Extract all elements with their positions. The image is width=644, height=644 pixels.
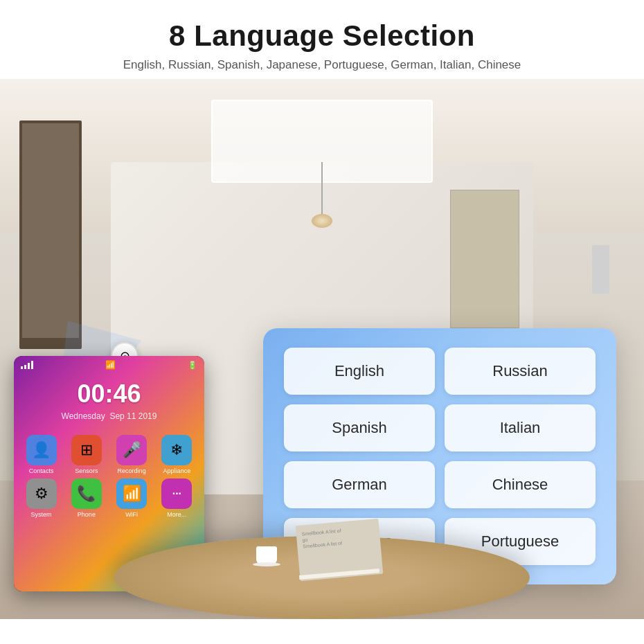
app-contacts[interactable]: 👤 Contacts xyxy=(21,435,62,474)
lang-english-button[interactable]: English xyxy=(284,348,435,395)
app-sensors[interactable]: ⊞ Sensors xyxy=(66,435,107,474)
pendant-shade xyxy=(312,214,332,228)
app-recording[interactable]: 🎤 Recording xyxy=(111,435,152,474)
wall-phone xyxy=(592,245,609,294)
wifi-icon: 📶 xyxy=(105,360,116,370)
phone-date: Wednesday Sep 11 2019 xyxy=(14,411,204,421)
page-header: 8 Language Selection English, Russian, S… xyxy=(0,0,644,79)
app-phone[interactable]: 📞 Phone xyxy=(66,478,107,518)
door-frame xyxy=(19,120,82,349)
phone-apps-grid: 👤 Contacts ⊞ Sensors 🎤 Recording ❄ Appli… xyxy=(14,427,204,526)
battery-icon: 🔋 xyxy=(188,361,197,370)
page-subtitle: English, Russian, Spanish, Japanese, Por… xyxy=(14,58,630,72)
pendant-cord xyxy=(321,162,323,217)
app-appliance[interactable]: ❄ Appliance xyxy=(156,435,197,474)
phone-status-bar: 📶 🔋 xyxy=(14,356,204,374)
app-wifi[interactable]: 📶 WiFi xyxy=(111,478,152,518)
app-system[interactable]: ⚙ System xyxy=(21,478,62,518)
cup-saucer xyxy=(253,562,280,566)
lang-german-button[interactable]: German xyxy=(284,461,435,508)
cabinet xyxy=(450,190,519,328)
lang-spanish-button[interactable]: Spanish xyxy=(284,404,435,451)
signal-bars xyxy=(21,361,33,369)
lang-italian-button[interactable]: Italian xyxy=(445,404,596,451)
app-more[interactable]: ··· More... xyxy=(156,478,197,518)
cup xyxy=(256,546,277,564)
room-background: ⊙ 📶 🔋 00:46 xyxy=(0,79,644,619)
page-title: 8 Language Selection xyxy=(14,19,630,53)
phone-time: 00:46 xyxy=(14,379,204,409)
lang-chinese-button[interactable]: Chinese xyxy=(445,461,596,508)
lang-russian-button[interactable]: Russian xyxy=(445,348,596,395)
door-inner xyxy=(22,123,79,338)
